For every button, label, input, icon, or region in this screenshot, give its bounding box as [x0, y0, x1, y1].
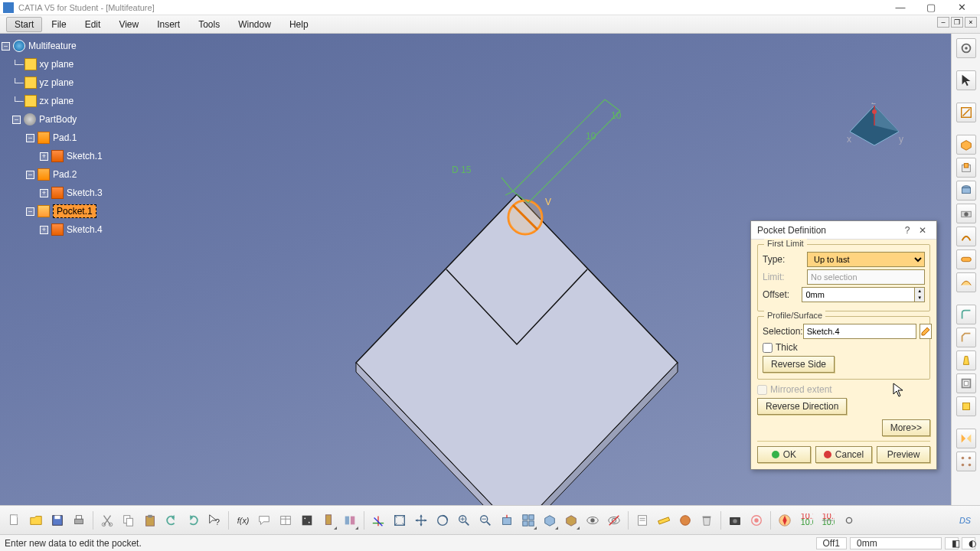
expand-icon[interactable]: –	[26, 171, 34, 179]
snap2-icon[interactable]: 10.110.0	[818, 510, 838, 531]
tree-sketch3[interactable]: + Sketch.3	[2, 184, 103, 202]
menu-window[interactable]: Window	[229, 17, 280, 32]
reverse-side-button[interactable]: Reverse Side	[763, 356, 835, 373]
camera-icon[interactable]	[725, 510, 745, 531]
menu-help[interactable]: Help	[280, 17, 318, 32]
comment-icon[interactable]	[254, 510, 274, 531]
shaft-icon[interactable]	[956, 181, 976, 201]
tree-pocket1[interactable]: – Pocket.1	[2, 202, 103, 220]
pocket-icon[interactable]	[956, 158, 976, 178]
rib-icon[interactable]	[956, 227, 976, 246]
sketch-icon[interactable]	[956, 103, 976, 122]
dialog-titlebar[interactable]: Pocket Definition ? ✕	[751, 221, 936, 240]
menu-insert[interactable]: Insert	[148, 17, 189, 32]
expand-icon[interactable]: –	[26, 134, 34, 142]
expand-icon[interactable]: –	[12, 116, 21, 124]
material-icon[interactable]	[675, 510, 695, 531]
design-table-icon[interactable]	[276, 510, 296, 531]
sketch-edit-icon[interactable]	[920, 324, 932, 339]
open-icon[interactable]	[26, 510, 46, 531]
redo-icon[interactable]	[183, 510, 203, 531]
hide-show-icon[interactable]	[583, 510, 603, 531]
more-button[interactable]: More>>	[882, 419, 930, 436]
expand-icon[interactable]: +	[40, 226, 48, 234]
multi-view-icon[interactable]	[518, 510, 538, 531]
axis-icon[interactable]	[368, 510, 388, 531]
tree-pad1[interactable]: – Pad.1	[2, 129, 103, 147]
save-icon[interactable]	[47, 510, 67, 531]
undo-icon[interactable]	[162, 510, 181, 531]
expand-icon[interactable]: +	[40, 189, 48, 197]
specification-tree[interactable]: – Multifeature └─ xy plane └─ yz plane └…	[2, 37, 103, 239]
reverse-direction-button[interactable]: Reverse Direction	[757, 398, 847, 415]
swap-visible-icon[interactable]	[604, 510, 624, 531]
zoom-out-icon[interactable]	[475, 510, 495, 531]
dialog-close-button[interactable]: ✕	[915, 225, 930, 236]
properties-icon[interactable]	[632, 510, 652, 531]
fillet-icon[interactable]	[956, 305, 976, 324]
pad-icon[interactable]	[956, 135, 976, 155]
minimize-button[interactable]: —	[885, 1, 916, 15]
rotate-icon[interactable]	[433, 510, 452, 531]
tree-root[interactable]: – Multifeature	[2, 37, 103, 55]
catalog-icon[interactable]	[340, 510, 360, 531]
tree-partbody[interactable]: – PartBody	[2, 110, 103, 129]
menu-view[interactable]: View	[109, 17, 148, 32]
pan-icon[interactable]	[411, 510, 431, 531]
expand-icon[interactable]: +	[40, 152, 48, 161]
menu-start[interactable]: Start	[6, 17, 42, 32]
normal-view-icon[interactable]	[497, 510, 517, 531]
mdi-minimize[interactable]: –	[937, 17, 949, 28]
iso-view-icon[interactable]	[540, 510, 560, 531]
cancel-button[interactable]: Cancel	[815, 446, 872, 463]
menu-tools[interactable]: Tools	[189, 17, 229, 32]
trash-icon[interactable]	[697, 510, 717, 531]
tree-plane-xy[interactable]: └─ xy plane	[2, 55, 103, 73]
render-icon[interactable]	[746, 510, 766, 531]
offset-spinner[interactable]: ▲▼	[915, 287, 925, 302]
compass-orient-icon[interactable]	[775, 510, 795, 531]
fit-all-icon[interactable]	[390, 510, 410, 531]
mdi-restore[interactable]: ❐	[951, 17, 963, 28]
menu-file[interactable]: File	[42, 17, 75, 32]
type-select[interactable]: Up to last	[807, 252, 925, 267]
measure-icon[interactable]	[654, 510, 674, 531]
link-icon[interactable]	[839, 510, 859, 531]
zoom-in-icon[interactable]	[454, 510, 474, 531]
mdi-close[interactable]: ×	[965, 17, 977, 28]
shading-icon[interactable]	[561, 510, 581, 531]
tree-sketch1[interactable]: + Sketch.1	[2, 147, 103, 165]
preview-button[interactable]: Preview	[877, 446, 930, 463]
selection-input[interactable]	[803, 324, 916, 339]
whatsthis-icon[interactable]: ?	[204, 510, 224, 531]
law-icon[interactable]	[297, 510, 317, 531]
tree-pad2[interactable]: – Pad.2	[2, 165, 103, 184]
select-arrow-icon[interactable]	[956, 70, 976, 90]
tree-sketch4[interactable]: + Sketch.4	[2, 220, 103, 239]
expand-icon[interactable]: –	[2, 42, 10, 51]
dialog-help-button[interactable]: ?	[900, 225, 915, 236]
mirror-icon[interactable]	[956, 429, 976, 448]
pattern-icon[interactable]	[956, 452, 976, 471]
thick-checkbox[interactable]: Thick	[763, 342, 925, 353]
print-icon[interactable]	[69, 510, 89, 531]
offset-input[interactable]	[802, 287, 915, 302]
maximize-button[interactable]: ▢	[916, 1, 946, 15]
status-indicator-1[interactable]: ◧	[945, 537, 959, 549]
ok-button[interactable]: OK	[757, 446, 811, 463]
paste-icon[interactable]	[140, 510, 160, 531]
thick-checkbox-input[interactable]	[763, 343, 773, 353]
catia-logo-icon[interactable]: DS	[956, 510, 975, 531]
hole-icon[interactable]	[956, 204, 976, 223]
menu-edit[interactable]: Edit	[76, 17, 110, 32]
multi-sections-icon[interactable]	[956, 272, 976, 292]
draft-icon[interactable]	[956, 350, 976, 370]
close-button[interactable]: ✕	[946, 1, 977, 15]
tree-plane-yz[interactable]: └─ yz plane	[2, 73, 103, 92]
slot-icon[interactable]	[956, 249, 976, 269]
knowledge-icon[interactable]	[318, 510, 338, 531]
tree-plane-zx[interactable]: └─ zx plane	[2, 92, 103, 110]
compass-3d[interactable]: x y z	[844, 103, 905, 156]
snap-icon[interactable]: 10.110.0	[796, 510, 816, 531]
shell-icon[interactable]	[956, 373, 976, 393]
